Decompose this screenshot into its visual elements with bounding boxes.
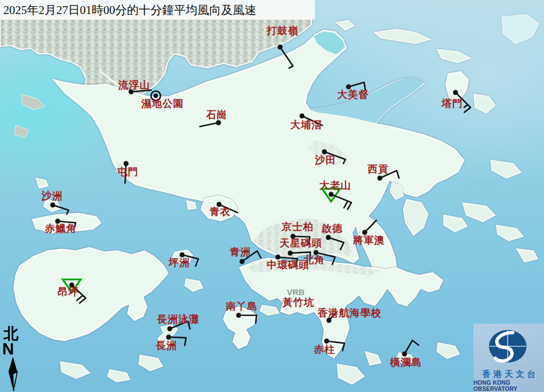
wind-barb-icon: [58, 221, 76, 227]
station-marker: [322, 189, 351, 209]
station-marker: [324, 339, 345, 351]
wind-stations-svg: [0, 0, 544, 392]
station-marker: [327, 312, 337, 323]
station-marker: [50, 203, 69, 214]
station-marker: [124, 161, 129, 184]
station-marker: [129, 90, 151, 95]
station-marker: [168, 321, 190, 332]
wind-barb-icon: [380, 171, 399, 178]
station-dot: [154, 94, 158, 98]
hko-logo-name-zh: 香港天文台: [480, 369, 538, 380]
wind-barb-icon: [125, 164, 126, 183]
station-marker: [278, 45, 293, 68]
title-bar: 2025年2月27日01時00分的十分鐘平均風向及風速: [0, 0, 315, 20]
station-marker: [240, 251, 261, 264]
hko-logo: 香港天文台 HONG KONG OBSERVATORY: [473, 324, 544, 392]
wind-barb-icon: [316, 253, 335, 264]
wind-barb-icon: [348, 82, 365, 90]
wind-barb-icon: [324, 152, 346, 164]
wind-barb-icon: [242, 251, 261, 262]
north-arrow-icon: [2, 356, 24, 392]
station-marker: [453, 90, 471, 113]
wind-barb-icon: [404, 340, 419, 354]
wind-barb-icon: [239, 315, 257, 323]
north-label-zh: 北: [3, 326, 26, 342]
wind-map-stage: 打鼓嶺流浮山濕地公園石崗大美督塔門大埔滘沙田西貢屯門大老山沙洲青衣赤鱲角京士柏啟…: [0, 0, 544, 392]
station-marker: [180, 253, 199, 267]
hko-logo-icon: [473, 324, 544, 368]
wind-barb-icon: [170, 321, 190, 329]
station-marker: [326, 235, 344, 250]
map-title: 2025年2月27日01時00分的十分鐘平均風向及風速: [0, 2, 257, 18]
wind-barb-icon: [328, 237, 344, 250]
north-label-en: N: [2, 342, 26, 356]
wind-barb-icon: [327, 341, 345, 351]
wind-barb-icon: [302, 116, 322, 125]
wind-barb-icon: [219, 204, 238, 213]
station-marker: [314, 250, 336, 265]
station-marker: [200, 120, 221, 127]
wind-barb-icon: [278, 257, 297, 267]
station-marker: [55, 219, 76, 227]
north-compass: 北 N: [2, 326, 26, 392]
station-marker: [151, 91, 161, 101]
wind-barb-icon: [182, 255, 198, 266]
station-marker: [362, 220, 376, 235]
wind-barb-icon: [329, 312, 337, 320]
wind-barb-icon: [131, 90, 151, 92]
station-marker: [236, 313, 257, 323]
wind-barb-icon: [293, 236, 310, 245]
wind-barb-icon: [200, 123, 218, 127]
station-marker: [166, 335, 187, 346]
wind-barb-icon: [280, 47, 293, 68]
station-marker: [291, 234, 310, 245]
station-marker: [378, 171, 399, 181]
wind-barb-icon: [455, 92, 471, 113]
station-marker: [276, 255, 297, 267]
station-marker: [300, 114, 323, 125]
wind-barb-icon: [72, 285, 86, 303]
station-marker: [217, 202, 238, 213]
wind-barb-icon: [365, 220, 376, 232]
station-marker: [63, 279, 86, 303]
station-marker: [346, 82, 366, 90]
wind-barb-icon: [53, 205, 69, 214]
wind-barb-icon: [169, 337, 186, 346]
hko-logo-name-en: HONG KONG OBSERVATORY: [473, 380, 544, 392]
station-marker: [402, 340, 419, 357]
station-marker: [322, 150, 346, 164]
